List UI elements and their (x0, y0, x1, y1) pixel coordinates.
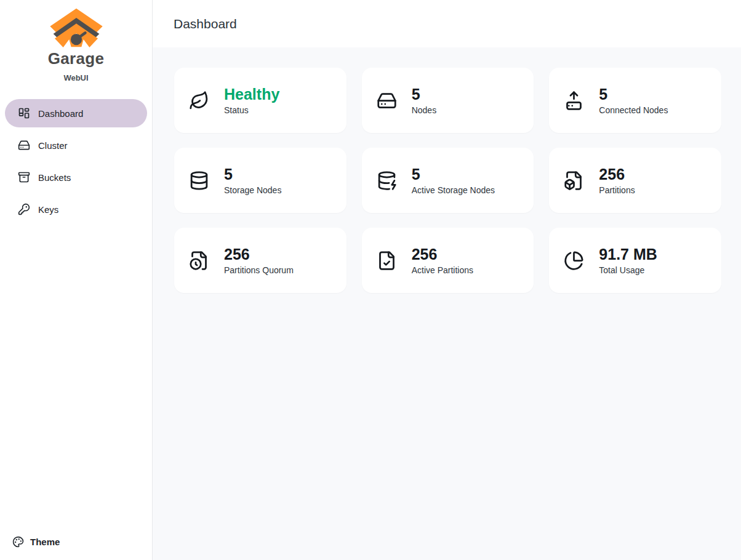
file-check-icon (377, 250, 397, 271)
stat-card-partitions: 256 Partitions (549, 148, 721, 213)
card-label: Total Usage (599, 265, 657, 275)
card-value: 5 (599, 86, 668, 103)
stat-card-total-usage: 91.7 MB Total Usage (549, 228, 721, 293)
card-value: 5 (412, 86, 436, 103)
card-label: Active Storage Nodes (412, 185, 495, 195)
theme-button-label: Theme (30, 537, 60, 547)
card-value: 256 (224, 246, 294, 263)
card-label: Storage Nodes (224, 185, 281, 195)
stat-card-connected-nodes: 5 Connected Nodes (549, 68, 721, 133)
card-text: 5 Nodes (412, 86, 436, 115)
card-label: Status (224, 105, 279, 115)
card-text: 256 Partitions (599, 166, 635, 195)
file-clock-icon (189, 250, 209, 271)
pie-chart-icon (564, 250, 584, 271)
sidebar: Garage WebUI Dashboard Cluster Buckets K… (0, 0, 153, 560)
sidebar-item-label: Buckets (38, 172, 71, 183)
app-name: Garage (48, 49, 104, 68)
sidebar-item-label: Dashboard (38, 108, 83, 119)
card-value: 91.7 MB (599, 246, 657, 263)
hard-drive-icon (18, 139, 30, 151)
sidebar-footer: Theme (0, 536, 152, 560)
sidebar-item-keys[interactable]: Keys (5, 195, 147, 223)
hard-drive-icon (377, 90, 397, 111)
stat-card-nodes: 5 Nodes (362, 68, 534, 133)
card-text: 91.7 MB Total Usage (599, 246, 657, 275)
stat-card-active-partitions: 256 Active Partitions (362, 228, 534, 293)
cards-grid: Healthy Status 5 Nodes 5 Connected Nodes (153, 47, 741, 560)
garage-logo (47, 8, 105, 47)
layout-dashboard-icon (18, 107, 30, 119)
card-value: 5 (224, 166, 281, 183)
app-branding: Garage WebUI (0, 0, 152, 82)
card-label: Nodes (412, 105, 436, 115)
card-text: 256 Partitions Quorum (224, 246, 294, 275)
stat-card-active-storage-nodes: 5 Active Storage Nodes (362, 148, 534, 213)
card-value: 256 (599, 166, 635, 183)
leaf-icon (189, 90, 209, 111)
card-text: 5 Storage Nodes (224, 166, 281, 195)
sidebar-item-cluster[interactable]: Cluster (5, 131, 147, 159)
sidebar-item-label: Cluster (38, 140, 68, 151)
card-text: Healthy Status (224, 86, 279, 115)
card-text: 256 Active Partitions (412, 246, 473, 275)
file-box-icon (564, 170, 584, 191)
sidebar-item-label: Keys (38, 204, 58, 215)
palette-icon (12, 536, 24, 548)
archive-icon (18, 171, 30, 183)
hard-drive-upload-icon (564, 90, 584, 111)
card-label: Partitions (599, 185, 635, 195)
key-icon (18, 203, 30, 215)
card-text: 5 Active Storage Nodes (412, 166, 495, 195)
stat-card-storage-nodes: 5 Storage Nodes (174, 148, 346, 213)
card-value: 256 (412, 246, 473, 263)
sidebar-nav: Dashboard Cluster Buckets Keys (0, 99, 152, 223)
page-title: Dashboard (174, 17, 237, 31)
card-value: 5 (412, 166, 495, 183)
app-subtitle: WebUI (63, 73, 88, 82)
stat-card-partitions-quorum: 256 Partitions Quorum (174, 228, 346, 293)
card-label: Connected Nodes (599, 105, 668, 115)
card-text: 5 Connected Nodes (599, 86, 668, 115)
sidebar-item-dashboard[interactable]: Dashboard (5, 99, 147, 127)
theme-button[interactable]: Theme (12, 536, 140, 548)
database-zap-icon (377, 170, 397, 191)
database-icon (189, 170, 209, 191)
card-value: Healthy (224, 86, 279, 103)
card-label: Active Partitions (412, 265, 473, 275)
stat-card-status: Healthy Status (174, 68, 346, 133)
page-header: Dashboard (153, 0, 741, 47)
card-label: Partitions Quorum (224, 265, 294, 275)
main-area: Dashboard Healthy Status 5 Nodes (153, 0, 741, 560)
sidebar-item-buckets[interactable]: Buckets (5, 163, 147, 191)
